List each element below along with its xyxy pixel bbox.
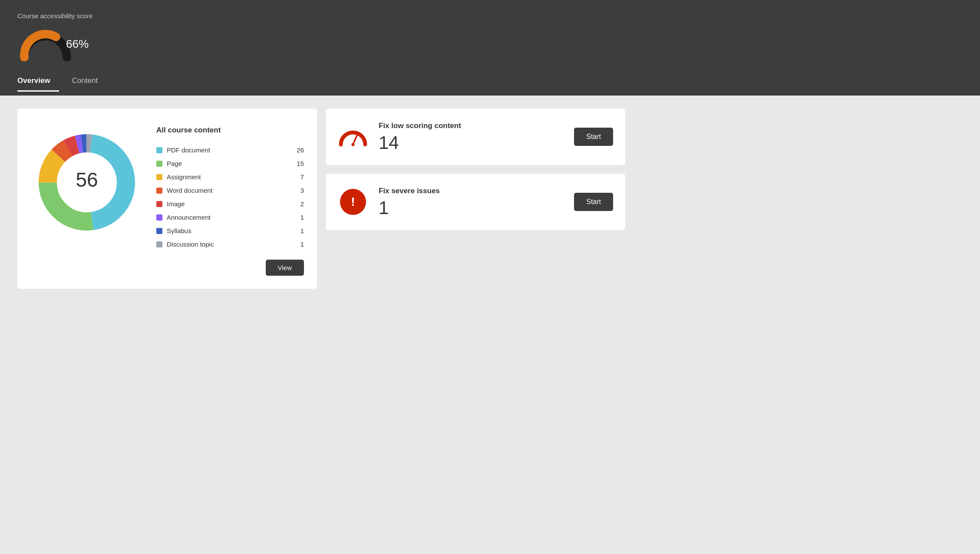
syllabus-label: Syllabus (167, 227, 300, 234)
header-title: Course accessibility score (17, 12, 963, 20)
page-color (156, 161, 162, 167)
list-area: All course content PDF document 26 Page … (156, 122, 304, 276)
fix-severe-issues-body: Fix severe issues 1 (379, 187, 564, 217)
fix-low-scoring-card: Fix low scoring content 14 Start (326, 109, 625, 165)
content-grid: 56 (17, 109, 625, 289)
fix-low-scoring-count: 14 (379, 134, 564, 152)
alert-icon: ! (340, 189, 366, 215)
list-item: Assignment 7 (156, 170, 304, 184)
list-item: Syllabus 1 (156, 224, 304, 237)
fix-severe-issues-count: 1 (379, 199, 564, 217)
gauge-chart (17, 26, 74, 61)
svg-line-9 (353, 134, 358, 145)
word-count: 3 (300, 187, 304, 194)
fix-severe-issues-title: Fix severe issues (379, 187, 564, 195)
fix-low-scoring-start-button[interactable]: Start (574, 128, 613, 146)
assignment-count: 7 (300, 173, 304, 181)
discussion-color (156, 241, 162, 247)
donut-chart: 56 (30, 126, 143, 239)
announcement-count: 1 (300, 214, 304, 221)
word-label: Word document (167, 187, 300, 194)
speedometer-svg (338, 125, 368, 149)
announcement-color (156, 214, 162, 221)
page-label: Page (167, 160, 297, 167)
fix-low-scoring-body: Fix low scoring content 14 (379, 122, 564, 152)
list-item: Announcement 1 (156, 211, 304, 224)
pdf-label: PDF document (167, 146, 297, 154)
syllabus-color (156, 228, 162, 234)
fix-severe-issues-card: ! Fix severe issues 1 Start (326, 174, 625, 230)
syllabus-count: 1 (300, 227, 304, 234)
view-button[interactable]: View (266, 260, 304, 276)
page-count: 15 (297, 160, 304, 167)
pdf-color (156, 147, 162, 153)
tab-overview[interactable]: Overview (17, 72, 59, 92)
tab-content[interactable]: Content (72, 72, 107, 92)
right-column: Fix low scoring content 14 Start ! Fix s… (326, 109, 625, 289)
assignment-color (156, 174, 162, 180)
main-content: 56 (0, 96, 980, 302)
speedometer-icon (338, 125, 368, 149)
svg-text:56: 56 (76, 168, 98, 191)
gauge-container: 66% (17, 26, 963, 61)
gauge-label: 66% (66, 37, 89, 51)
header: Course accessibility score 66% Overview … (0, 0, 980, 96)
assignment-label: Assignment (167, 173, 300, 181)
svg-point-10 (352, 143, 355, 146)
alert-icon-container: ! (338, 189, 368, 215)
list-item: PDF document 26 (156, 143, 304, 157)
word-color (156, 188, 162, 194)
image-color (156, 201, 162, 207)
overview-card: 56 (17, 109, 317, 289)
announcement-label: Announcement (167, 214, 300, 221)
list-item: Page 15 (156, 157, 304, 170)
view-btn-area: View (156, 260, 304, 276)
list-item: Discussion topic 1 (156, 237, 304, 251)
discussion-count: 1 (300, 241, 304, 248)
pdf-count: 26 (297, 146, 304, 154)
fix-low-scoring-title: Fix low scoring content (379, 122, 564, 130)
content-list: PDF document 26 Page 15 Assignment 7 (156, 143, 304, 251)
donut-area: 56 (30, 122, 143, 239)
list-item: Image 2 (156, 197, 304, 211)
image-count: 2 (300, 200, 304, 208)
discussion-label: Discussion topic (167, 241, 300, 248)
image-label: Image (167, 200, 300, 208)
list-item: Word document 3 (156, 184, 304, 197)
tabs: Overview Content (17, 72, 963, 91)
fix-severe-issues-start-button[interactable]: Start (574, 193, 613, 211)
list-title: All course content (156, 126, 304, 135)
